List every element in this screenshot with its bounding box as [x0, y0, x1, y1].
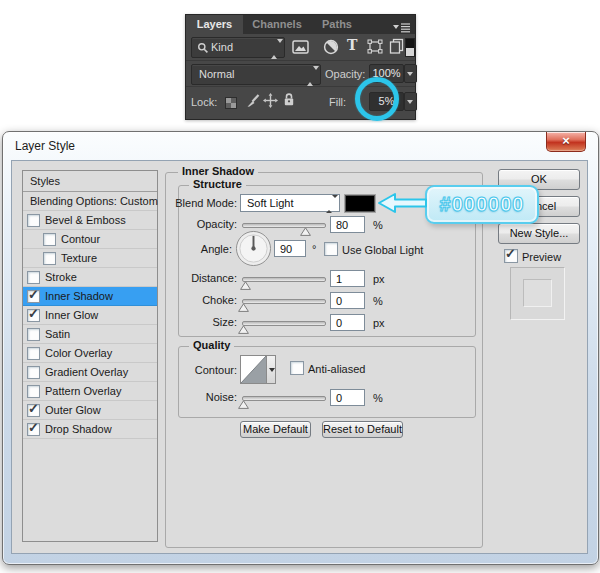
- anti-aliased-checkbox[interactable]: [290, 361, 304, 375]
- distance-slider-thumb[interactable]: [240, 276, 251, 285]
- lock-paint-icon[interactable]: [244, 94, 260, 112]
- fill-highlight-circle: [355, 77, 399, 121]
- blend-mode-dropdown[interactable]: Normal: [191, 64, 321, 85]
- choke-unit: %: [373, 295, 383, 307]
- updown-arrows-icon: [307, 70, 314, 80]
- checkbox[interactable]: [27, 366, 40, 379]
- fill-dropdown-arrow[interactable]: [404, 92, 417, 111]
- size-input[interactable]: 0: [330, 314, 365, 331]
- filter-type-layers-icon[interactable]: T: [347, 38, 357, 52]
- noise-slider-track[interactable]: [242, 396, 326, 401]
- use-global-light-label: Use Global Light: [342, 244, 423, 256]
- style-item-outer-glow[interactable]: ✓ Outer Glow: [23, 401, 157, 420]
- new-style-button[interactable]: New Style...: [498, 223, 580, 244]
- kind-filter-dropdown[interactable]: Kind: [191, 37, 285, 58]
- filter-shape-layers-icon[interactable]: [367, 39, 383, 58]
- contour-thumbnail[interactable]: [240, 355, 267, 384]
- panel-menu-icon[interactable]: [392, 19, 411, 30]
- checkbox[interactable]: ✓: [27, 404, 40, 417]
- shadow-color-swatch[interactable]: [345, 195, 375, 212]
- contour-label: Contour:: [162, 364, 237, 376]
- choke-label: Choke:: [162, 294, 237, 306]
- choke-slider-track[interactable]: [242, 299, 326, 304]
- kind-filter-label: Kind: [211, 41, 233, 53]
- contour-picker[interactable]: [240, 355, 276, 384]
- preview-checkbox[interactable]: ✓: [504, 249, 518, 263]
- filter-row: Kind T: [186, 34, 415, 60]
- anti-aliased-label: Anti-aliased: [308, 363, 365, 375]
- checkbox[interactable]: ✓: [27, 290, 40, 303]
- lock-position-icon[interactable]: [263, 93, 278, 112]
- updown-arrows-icon: [271, 43, 278, 53]
- screenshot-stage: Layers Channels Paths Kind: [0, 0, 600, 573]
- quality-title: Quality: [189, 339, 234, 351]
- blend-mode-select[interactable]: Soft Light: [240, 194, 340, 212]
- noise-label: Noise:: [162, 391, 237, 403]
- checkbox[interactable]: [27, 271, 40, 284]
- filter-smart-objects-icon[interactable]: [389, 38, 404, 58]
- make-default-button[interactable]: Make Default: [240, 421, 311, 438]
- checkbox[interactable]: [43, 252, 56, 265]
- choke-input[interactable]: 0: [330, 292, 365, 309]
- style-item-inner-shadow[interactable]: ✓ Inner Shadow: [23, 287, 157, 306]
- dialog-client-area: Styles Blending Options: Custom Bevel & …: [11, 160, 588, 554]
- choke-slider-thumb[interactable]: [238, 298, 249, 307]
- distance-slider-track[interactable]: [242, 277, 326, 282]
- checkbox[interactable]: ✓: [27, 423, 40, 436]
- style-item-drop-shadow[interactable]: ✓ Drop Shadow: [23, 420, 157, 439]
- style-item-contour[interactable]: Contour: [23, 230, 157, 249]
- style-item-satin[interactable]: Satin: [23, 325, 157, 344]
- tab-layers[interactable]: Layers: [186, 15, 243, 34]
- size-slider-track[interactable]: [242, 321, 326, 326]
- filter-toggle-switch[interactable]: [405, 38, 415, 57]
- style-item-stroke[interactable]: Stroke: [23, 268, 157, 287]
- size-slider-thumb[interactable]: [238, 320, 249, 329]
- fill-label: Fill:: [329, 96, 346, 108]
- checkbox[interactable]: ✓: [27, 309, 40, 322]
- inner-shadow-section-title: Inner Shadow: [178, 165, 258, 177]
- style-item-texture[interactable]: Texture: [23, 249, 157, 268]
- blend-mode-value: Normal: [199, 68, 234, 80]
- noise-slider-thumb[interactable]: [238, 395, 249, 404]
- style-item-gradient-overlay[interactable]: Gradient Overlay: [23, 363, 157, 382]
- structure-title: Structure: [189, 178, 246, 190]
- angle-dial[interactable]: [235, 230, 272, 271]
- contour-dropdown-arrow[interactable]: [266, 355, 276, 384]
- lock-label: Lock:: [191, 96, 217, 108]
- filter-adjustment-layers-icon[interactable]: [323, 39, 339, 59]
- opacity-slider-thumb[interactable]: [300, 222, 311, 231]
- close-button[interactable]: ×: [546, 132, 586, 152]
- preview-swatch-inner: [523, 279, 552, 307]
- lock-all-icon[interactable]: [283, 92, 295, 111]
- opacity-slider-track[interactable]: [242, 223, 326, 228]
- style-item-bevel-emboss[interactable]: Bevel & Emboss: [23, 211, 157, 230]
- checkbox[interactable]: [27, 385, 40, 398]
- noise-input[interactable]: 0: [330, 389, 365, 406]
- style-item-inner-glow[interactable]: ✓ Inner Glow: [23, 306, 157, 325]
- tab-channels[interactable]: Channels: [243, 15, 311, 34]
- annotation-arrow-icon: [376, 191, 428, 219]
- use-global-light-checkbox[interactable]: [324, 242, 338, 256]
- style-item-pattern-overlay[interactable]: Pattern Overlay: [23, 382, 157, 401]
- tab-paths[interactable]: Paths: [311, 15, 363, 34]
- reset-to-default-button[interactable]: Reset to Default: [322, 421, 403, 438]
- angle-input[interactable]: 90: [274, 240, 306, 257]
- lock-transparency-icon[interactable]: [225, 95, 237, 113]
- checkbox[interactable]: [27, 347, 40, 360]
- close-icon: ×: [562, 133, 570, 148]
- opacity-dropdown-arrow[interactable]: [404, 64, 417, 83]
- filter-pixel-layers-icon[interactable]: [292, 40, 309, 58]
- noise-unit: %: [373, 392, 383, 404]
- checkbox[interactable]: [43, 233, 56, 246]
- distance-input[interactable]: 1: [330, 270, 365, 287]
- layers-panel-tabbar: Layers Channels Paths: [186, 15, 415, 34]
- opacity-label: Opacity:: [162, 218, 237, 230]
- opacity-input[interactable]: 80: [330, 216, 365, 233]
- style-item-blending-options[interactable]: Blending Options: Custom: [23, 192, 157, 211]
- checkbox[interactable]: [27, 328, 40, 341]
- checkbox[interactable]: [27, 214, 40, 227]
- annotation-bubble: #000000: [425, 185, 539, 224]
- size-label: Size:: [162, 316, 237, 328]
- style-item-color-overlay[interactable]: Color Overlay: [23, 344, 157, 363]
- quality-groupbox: [178, 346, 476, 418]
